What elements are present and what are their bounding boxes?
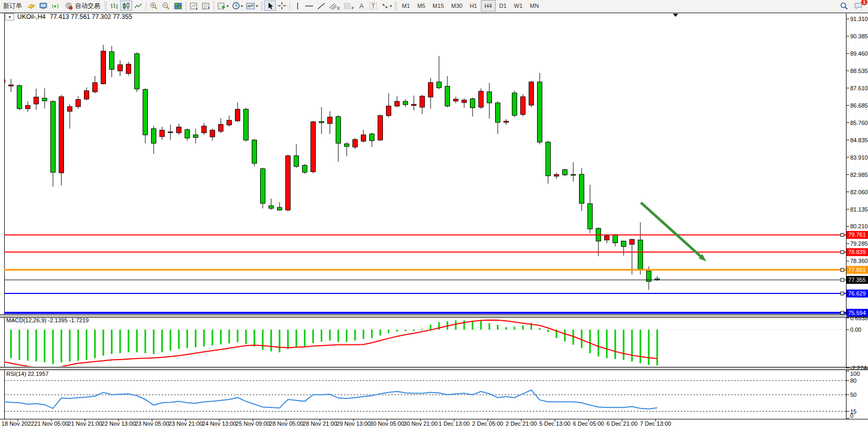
rsi-axis-tick: 0 bbox=[850, 413, 853, 419]
time-axis-label: 28 Nov 05:00 bbox=[269, 420, 303, 427]
rsi-axis-tick: 50 bbox=[850, 392, 856, 398]
candle-body bbox=[563, 170, 567, 175]
candle-body bbox=[252, 140, 257, 163]
candle-body bbox=[462, 100, 467, 103]
trading-terminal: { "toolbar": { "new_order_label": "新订单",… bbox=[0, 0, 868, 432]
candle-body bbox=[34, 97, 39, 104]
candle-body bbox=[403, 101, 408, 104]
candle-body bbox=[554, 174, 559, 176]
candle-body bbox=[126, 64, 131, 73]
price-axis-tick: 89.460 bbox=[850, 50, 868, 57]
candle-body bbox=[420, 96, 425, 107]
candle-body bbox=[538, 82, 542, 142]
price-axis-tick: 82.985 bbox=[850, 172, 868, 178]
time-axis-label: 30 Nov 05:00 bbox=[370, 420, 404, 427]
candle-body bbox=[487, 92, 492, 103]
price-chart-canvas[interactable]: 91.31090.38589.46088.53587.61086.68585.7… bbox=[0, 0, 868, 432]
candle-body bbox=[244, 109, 249, 140]
candle-body bbox=[630, 239, 635, 244]
candle-body bbox=[387, 106, 391, 115]
chart-symbol-period: UKOil-,H4 bbox=[17, 13, 46, 20]
time-axis-label: 30 Nov 21:00 bbox=[403, 420, 437, 427]
time-axis-label: 29 Nov 13:00 bbox=[336, 420, 370, 427]
candle-body bbox=[294, 156, 299, 166]
candle-body bbox=[277, 207, 282, 210]
candle-body bbox=[143, 89, 148, 135]
price-line-anchor bbox=[841, 292, 844, 295]
time-axis-label: 1 Dec 13:00 bbox=[438, 420, 469, 427]
candle-body bbox=[110, 51, 114, 69]
candle-body bbox=[412, 104, 416, 106]
one-click-trading-button[interactable]: ▼ bbox=[5, 13, 14, 20]
price-axis-tick: 78.360 bbox=[850, 258, 868, 264]
price-line-anchor bbox=[841, 268, 844, 271]
time-axis-label: 24 Nov 13:00 bbox=[202, 420, 236, 427]
macd-indicator-label: MACD(12,26,9) -2.1395 -1.7219 bbox=[6, 317, 89, 323]
candle-body bbox=[17, 86, 22, 109]
candle-body bbox=[219, 124, 223, 131]
candle-body bbox=[512, 93, 517, 115]
svg-text:77.891: 77.891 bbox=[848, 267, 866, 273]
candle-body bbox=[336, 117, 341, 143]
candle-body bbox=[571, 174, 576, 175]
candle-body bbox=[210, 130, 215, 137]
candle-body bbox=[361, 135, 366, 141]
candle-body bbox=[168, 132, 173, 133]
candle-body bbox=[621, 241, 626, 246]
rsi-axis-tick: 80 bbox=[850, 377, 856, 384]
macd-axis-tick: 0.6938 bbox=[850, 315, 868, 321]
candle-body bbox=[353, 140, 358, 147]
candle-body bbox=[261, 168, 265, 203]
candle-body bbox=[437, 82, 442, 88]
price-axis-tick: 90.385 bbox=[850, 33, 868, 39]
candle-body bbox=[51, 101, 56, 172]
candle-body bbox=[445, 86, 450, 106]
svg-text:76.629: 76.629 bbox=[848, 290, 866, 297]
time-axis-label: 28 Nov 21:00 bbox=[303, 420, 337, 427]
price-axis-tick: 82.060 bbox=[850, 189, 868, 195]
candle-body bbox=[319, 122, 324, 123]
candle-body bbox=[160, 130, 165, 136]
price-axis-tick: 79.285 bbox=[850, 240, 868, 247]
time-axis-label: 6 Dec 05:00 bbox=[573, 420, 604, 427]
candle-body bbox=[605, 236, 609, 240]
macd-axis-tick: 0.00 bbox=[850, 326, 861, 333]
price-axis-tick: 80.210 bbox=[850, 223, 868, 229]
candle-body bbox=[177, 127, 181, 133]
candle-body bbox=[84, 91, 89, 99]
candle-body bbox=[59, 97, 64, 173]
candle-body bbox=[135, 54, 140, 89]
candle-body bbox=[118, 65, 123, 71]
price-axis-tick: 81.135 bbox=[850, 206, 868, 213]
time-axis-label: 23 Nov 05:00 bbox=[135, 420, 169, 427]
candle-body bbox=[76, 100, 81, 107]
candle-body bbox=[68, 107, 72, 111]
time-axis-label: 21 Nov 21:00 bbox=[68, 420, 102, 427]
time-axis-label: 6 Dec 21:00 bbox=[606, 420, 637, 427]
candle-body bbox=[26, 106, 30, 109]
candle-body bbox=[378, 115, 383, 140]
price-line-anchor bbox=[841, 233, 844, 236]
candle-body bbox=[496, 103, 500, 122]
price-line-anchor bbox=[841, 250, 844, 254]
candle-body bbox=[101, 51, 106, 83]
candle-body bbox=[470, 99, 475, 108]
candle-body bbox=[93, 82, 98, 91]
candle-body bbox=[588, 204, 593, 229]
time-axis-label: 21 Nov 05:00 bbox=[34, 420, 68, 427]
price-axis-tick: 84.835 bbox=[850, 137, 868, 143]
candle-body bbox=[580, 174, 584, 203]
candle-body bbox=[454, 99, 458, 101]
time-axis-label: 23 Nov 21:00 bbox=[168, 420, 202, 427]
time-axis-label: 25 Nov 09:00 bbox=[235, 420, 270, 427]
candle-body bbox=[546, 142, 551, 176]
time-axis-label: 2 Dec 21:00 bbox=[506, 420, 537, 427]
candle-body bbox=[613, 235, 618, 243]
candle-body bbox=[395, 101, 400, 106]
candle-body bbox=[202, 126, 207, 133]
candle-body bbox=[370, 134, 374, 141]
time-axis-label: 5 Dec 13:00 bbox=[539, 420, 570, 427]
candle-body bbox=[428, 82, 433, 97]
candle-body bbox=[328, 117, 333, 123]
price-axis-tick: 86.685 bbox=[850, 102, 868, 109]
